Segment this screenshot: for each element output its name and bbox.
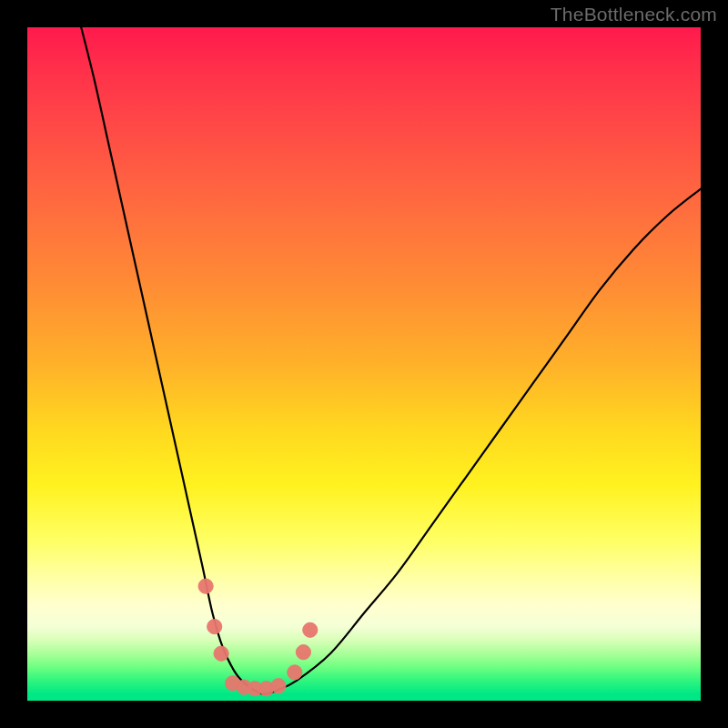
- curve-marker: [198, 579, 213, 593]
- curve-marker: [288, 665, 302, 680]
- curve-marker: [207, 620, 222, 634]
- curve-layer: [27, 27, 701, 701]
- curve-marker: [303, 622, 318, 637]
- curve-marker: [214, 646, 228, 661]
- curve-marker: [296, 645, 310, 660]
- attribution-text: TheBottleneck.com: [551, 4, 717, 25]
- curve-markers: [198, 579, 318, 696]
- curve-marker: [271, 679, 286, 693]
- plot-area: [27, 27, 701, 701]
- bottleneck-curve: [81, 27, 701, 694]
- chart-container: TheBottleneck.com: [0, 0, 728, 728]
